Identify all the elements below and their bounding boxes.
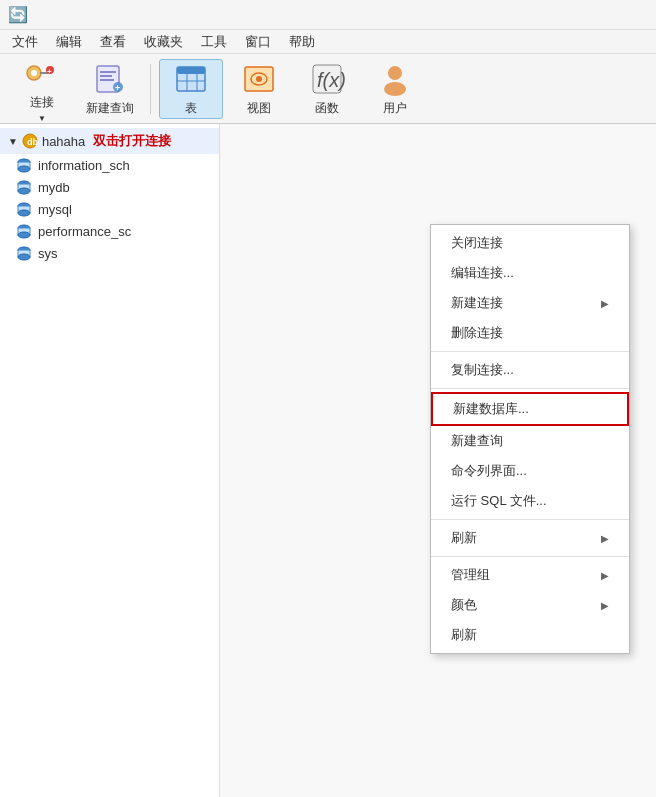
context-menu: 关闭连接编辑连接...新建连接▶删除连接复制连接...新建数据库...新建查询命… — [430, 224, 630, 654]
toolbar-btn-label-new-query: 新建查询 — [86, 100, 134, 117]
main-area: ▼ db hahaha 双击打开连接 information_sch mydb … — [0, 124, 656, 797]
db-name: information_sch — [38, 158, 130, 173]
menu-item-收藏夹[interactable]: 收藏夹 — [136, 31, 191, 53]
toolbar-divider — [150, 64, 151, 114]
ctx-label-run-sql: 运行 SQL 文件... — [451, 492, 547, 510]
view-icon — [241, 61, 277, 97]
svg-rect-8 — [100, 79, 114, 81]
ctx-item-manage-group[interactable]: 管理组▶ — [431, 560, 629, 590]
sidebar-connection[interactable]: ▼ db hahaha 双击打开连接 — [0, 128, 219, 154]
ctx-label-color: 颜色 — [451, 596, 477, 614]
content-area: 关闭连接编辑连接...新建连接▶删除连接复制连接...新建数据库...新建查询命… — [220, 124, 656, 797]
query-icon: + — [92, 61, 128, 97]
database-icon — [16, 179, 32, 195]
svg-point-18 — [256, 76, 262, 82]
connection-name: hahaha — [42, 134, 85, 149]
menu-item-工具[interactable]: 工具 — [193, 31, 235, 53]
app-icon: 🔄 — [8, 5, 28, 24]
ctx-item-edit-conn[interactable]: 编辑连接... — [431, 258, 629, 288]
database-icon — [16, 201, 32, 217]
sidebar-db-information_sch[interactable]: information_sch — [0, 154, 219, 176]
toolbar: + 连接▼ + 新建查询 表 视图 f(x) 函数 用户 — [0, 54, 656, 124]
db-name: sys — [38, 246, 58, 261]
toolbar-btn-label-user: 用户 — [383, 100, 407, 117]
svg-text:db: db — [27, 137, 38, 147]
connect-dropdown-arrow: ▼ — [38, 114, 46, 123]
svg-point-27 — [18, 166, 30, 172]
menu-bar: 文件编辑查看收藏夹工具窗口帮助 — [0, 30, 656, 54]
ctx-label-del-conn: 删除连接 — [451, 324, 503, 342]
ctx-item-close-conn[interactable]: 关闭连接 — [431, 228, 629, 258]
ctx-item-copy-conn[interactable]: 复制连接... — [431, 355, 629, 385]
ctx-item-new-db[interactable]: 新建数据库... — [431, 392, 629, 426]
ctx-item-refresh2[interactable]: 刷新 — [431, 620, 629, 650]
svg-rect-12 — [177, 67, 205, 74]
svg-rect-7 — [100, 75, 112, 77]
toolbar-btn-new-query[interactable]: + 新建查询 — [78, 59, 142, 119]
svg-point-39 — [18, 254, 30, 260]
sidebar: ▼ db hahaha 双击打开连接 information_sch mydb … — [0, 124, 220, 797]
svg-text:+: + — [47, 67, 52, 76]
menu-item-帮助[interactable]: 帮助 — [281, 31, 323, 53]
ctx-label-copy-conn: 复制连接... — [451, 361, 514, 379]
toolbar-btn-user[interactable]: 用户 — [363, 59, 427, 119]
ctx-label-close-conn: 关闭连接 — [451, 234, 503, 252]
menu-item-窗口[interactable]: 窗口 — [237, 31, 279, 53]
ctx-separator-10 — [431, 556, 629, 557]
svg-point-33 — [18, 210, 30, 216]
ctx-label-edit-conn: 编辑连接... — [451, 264, 514, 282]
menu-item-文件[interactable]: 文件 — [4, 31, 46, 53]
ctx-label-new-query: 新建查询 — [451, 432, 503, 450]
ctx-item-new-conn[interactable]: 新建连接▶ — [431, 288, 629, 318]
ctx-label-refresh2: 刷新 — [451, 626, 477, 644]
sidebar-db-performance_sc[interactable]: performance_sc — [0, 220, 219, 242]
svg-text:f(x): f(x) — [317, 69, 345, 91]
svg-point-30 — [18, 188, 30, 194]
svg-rect-6 — [100, 71, 116, 73]
function-icon: f(x) — [309, 61, 345, 97]
sidebar-db-mydb[interactable]: mydb — [0, 176, 219, 198]
ctx-submenu-arrow: ▶ — [601, 570, 609, 581]
toolbar-btn-function[interactable]: f(x) 函数 — [295, 59, 359, 119]
toolbar-btn-connect[interactable]: + 连接▼ — [10, 59, 74, 119]
ctx-label-cmd-line: 命令列界面... — [451, 462, 527, 480]
ctx-separator-9 — [431, 519, 629, 520]
connection-hint: 双击打开连接 — [93, 132, 171, 150]
ctx-separator-4 — [431, 351, 629, 352]
ctx-item-del-conn[interactable]: 删除连接 — [431, 318, 629, 348]
user-icon — [377, 61, 413, 97]
db-name: performance_sc — [38, 224, 131, 239]
svg-point-21 — [388, 66, 402, 80]
ctx-separator-5 — [431, 388, 629, 389]
ctx-label-new-conn: 新建连接 — [451, 294, 503, 312]
database-icon — [16, 223, 32, 239]
ctx-item-refresh1[interactable]: 刷新▶ — [431, 523, 629, 553]
sidebar-db-sys[interactable]: sys — [0, 242, 219, 264]
toolbar-btn-label-function: 函数 — [315, 100, 339, 117]
connection-icon: db — [22, 133, 38, 149]
table-icon — [173, 61, 209, 97]
ctx-submenu-arrow: ▶ — [601, 600, 609, 611]
db-name: mysql — [38, 202, 72, 217]
toolbar-btn-view[interactable]: 视图 — [227, 59, 291, 119]
ctx-label-refresh1: 刷新 — [451, 529, 477, 547]
toolbar-btn-table[interactable]: 表 — [159, 59, 223, 119]
sidebar-db-mysql[interactable]: mysql — [0, 198, 219, 220]
ctx-item-color[interactable]: 颜色▶ — [431, 590, 629, 620]
menu-item-查看[interactable]: 查看 — [92, 31, 134, 53]
toolbar-btn-label-connect: 连接 — [30, 94, 54, 111]
db-name: mydb — [38, 180, 70, 195]
svg-point-22 — [384, 82, 406, 96]
database-icon — [16, 157, 32, 173]
ctx-item-run-sql[interactable]: 运行 SQL 文件... — [431, 486, 629, 516]
ctx-submenu-arrow: ▶ — [601, 533, 609, 544]
database-icon — [16, 245, 32, 261]
ctx-item-cmd-line[interactable]: 命令列界面... — [431, 456, 629, 486]
menu-item-编辑[interactable]: 编辑 — [48, 31, 90, 53]
svg-point-36 — [18, 232, 30, 238]
expand-arrow-icon: ▼ — [8, 136, 18, 147]
ctx-item-new-query[interactable]: 新建查询 — [431, 426, 629, 456]
toolbar-btn-label-view: 视图 — [247, 100, 271, 117]
title-bar: 🔄 — [0, 0, 656, 30]
svg-text:+: + — [115, 83, 120, 93]
